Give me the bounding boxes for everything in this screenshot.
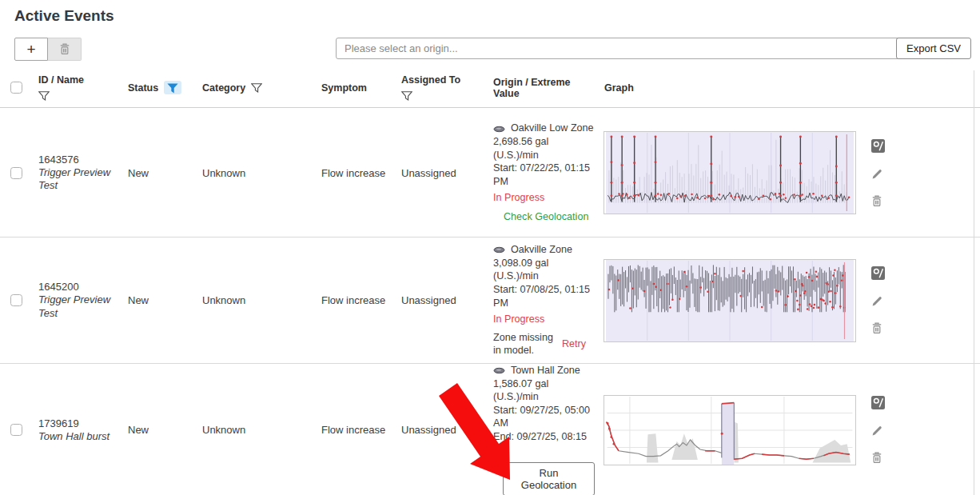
edit-pencil-icon[interactable] (871, 425, 885, 437)
event-symptom: Flow increase (315, 238, 395, 363)
retry-link[interactable]: Retry (562, 337, 586, 351)
geolocation-map-icon[interactable] (871, 266, 885, 280)
event-id: 1739619 (38, 417, 79, 429)
column-header-symptom: Symptom (315, 68, 395, 107)
active-events-page: Active Events + Please select an origin.… (0, 0, 980, 495)
origin-select-placeholder: Please select an origin... (345, 42, 896, 54)
table-row: 1739619 Town Hall burst New Unknown Flow… (0, 364, 980, 495)
event-start: Start: 07/08/25, 01:15 PM (493, 283, 595, 309)
origin-zone: Oakville Low Zone (511, 122, 594, 134)
event-start: Start: 09/27/25, 05:00 AM (493, 404, 595, 430)
row-checkbox[interactable] (10, 167, 22, 179)
table-body: 1643576 Trigger Preview Test New Unknown… (0, 109, 980, 495)
origin-zone: Oakville Zone (511, 244, 572, 255)
geolocation-status: In Progress (493, 313, 544, 326)
event-graph[interactable] (604, 259, 856, 342)
column-header-id-name: ID / Name (32, 68, 122, 107)
select-all-checkbox[interactable] (10, 82, 22, 94)
event-name: Town Hall burst (38, 430, 110, 443)
event-name: Trigger Preview Test (38, 293, 122, 320)
extreme-value: 1,586.07 gal (U.S.)/min (493, 377, 595, 404)
row-checkbox[interactable] (10, 294, 22, 306)
event-name: Trigger Preview Test (38, 166, 122, 193)
filter-icon[interactable] (38, 91, 50, 101)
event-id: 1645200 (38, 281, 79, 293)
event-symptom: Flow increase (315, 364, 395, 495)
zone-icon (493, 122, 511, 134)
add-event-button[interactable]: + (14, 38, 48, 61)
table-row: 1643576 Trigger Preview Test New Unknown… (0, 109, 980, 238)
geolocation-status: In Progress (493, 191, 544, 205)
event-id: 1643576 (38, 154, 79, 166)
column-header-origin: Origin / Extreme Value (487, 68, 598, 107)
geolocation-map-icon[interactable] (871, 396, 885, 409)
event-origin: Town Hall Zone 1,586.07 gal (U.S.)/min S… (487, 364, 598, 495)
event-origin: Oakville Low Zone 2,698.56 gal (U.S.)/mi… (487, 109, 598, 237)
event-status: New (122, 238, 196, 363)
filter-icon-active[interactable] (164, 81, 181, 94)
event-symptom: Flow increase (315, 109, 395, 237)
event-assigned: Unassigned (395, 238, 487, 363)
event-assigned: Unassigned (395, 364, 487, 495)
event-category: Unknown (196, 109, 315, 237)
page-title: Active Events (14, 7, 114, 25)
check-geolocation-link[interactable]: Check Geolocation (504, 210, 588, 224)
run-geolocation-button[interactable]: Run Geolocation (503, 462, 595, 495)
filter-icon[interactable] (251, 83, 262, 93)
event-status: New (122, 364, 196, 495)
extreme-value: 2,698.56 gal (U.S.)/min (493, 135, 595, 162)
delete-events-button[interactable] (48, 38, 82, 61)
column-header-category: Category (196, 68, 315, 107)
event-graph[interactable] (604, 395, 856, 465)
plus-icon: + (26, 41, 35, 58)
export-csv-button[interactable]: Export CSV (896, 38, 971, 59)
event-status: New (122, 109, 196, 237)
filter-icon[interactable] (401, 91, 412, 101)
event-graph[interactable] (604, 131, 856, 214)
edit-pencil-icon[interactable] (871, 168, 885, 180)
event-end: End: 09/27/25, 08:15 AM (493, 430, 595, 457)
column-header-status: Status (122, 68, 196, 107)
origin-zone: Town Hall Zone (511, 365, 580, 376)
delete-trash-icon[interactable] (871, 322, 885, 334)
scroll-edge-line (974, 70, 974, 495)
column-header-assigned: Assigned To (395, 68, 487, 107)
edit-pencil-icon[interactable] (871, 295, 885, 307)
geolocation-map-icon[interactable] (871, 139, 885, 153)
zone-icon (493, 244, 511, 255)
table-header: ID / Name Status Category Symptom Assign… (0, 68, 980, 108)
trash-icon (59, 43, 70, 55)
delete-trash-icon[interactable] (871, 195, 885, 207)
event-assigned: Unassigned (395, 109, 487, 237)
table-row: 1645200 Trigger Preview Test New Unknown… (0, 238, 980, 364)
event-category: Unknown (196, 238, 315, 363)
event-origin: Oakville Zone 3,098.09 gal (U.S.)/min St… (487, 238, 598, 363)
event-start: Start: 07/22/25, 01:15 PM (493, 162, 595, 188)
zone-icon (493, 365, 511, 376)
column-header-graph: Graph (598, 68, 980, 107)
extreme-value: 3,098.09 gal (U.S.)/min (493, 257, 595, 283)
delete-trash-icon[interactable] (871, 452, 885, 464)
origin-select[interactable]: Please select an origin... (336, 38, 918, 59)
toolbar: + Please select an origin... Export CSV (14, 38, 971, 61)
row-checkbox[interactable] (10, 424, 22, 436)
geolocation-note: Zone missing in model. (493, 331, 559, 357)
event-category: Unknown (196, 364, 315, 495)
